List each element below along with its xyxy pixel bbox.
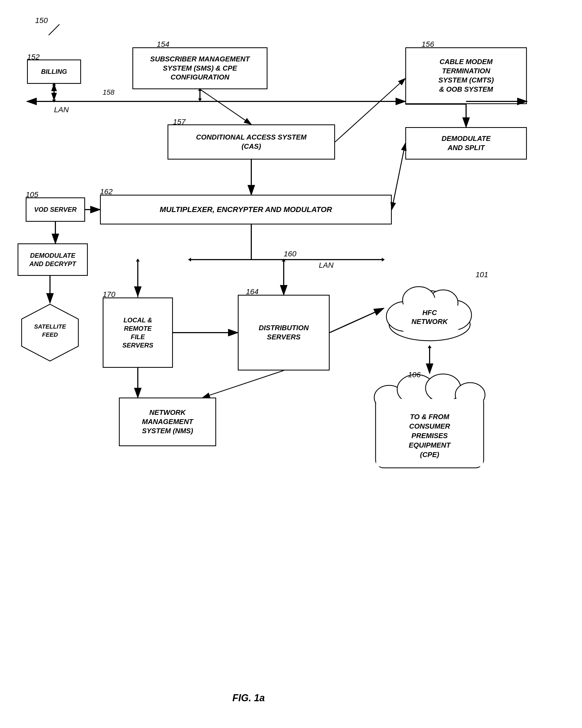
billing-box: BILLING xyxy=(27,59,81,84)
svg-text:160: 160 xyxy=(284,250,297,258)
svg-line-46 xyxy=(392,143,405,210)
svg-line-60 xyxy=(203,370,284,397)
svg-text:LAN: LAN xyxy=(319,261,334,269)
svg-line-38 xyxy=(200,89,251,124)
ref-154: 154 xyxy=(157,40,169,49)
ref-105: 105 xyxy=(26,190,38,199)
ref-170: 170 xyxy=(103,290,115,299)
cmts-box: CABLE MODEMTERMINATIONSYSTEM (CMTS)& OOB… xyxy=(405,47,527,104)
svg-text:CONSUMER: CONSUMER xyxy=(409,422,450,430)
demod-split-box: DEMODULATEAND SPLIT xyxy=(405,127,527,160)
svg-marker-48 xyxy=(188,258,191,261)
ref-162: 162 xyxy=(100,187,113,196)
svg-line-65 xyxy=(392,143,405,210)
svg-text:TO & FROM: TO & FROM xyxy=(410,413,450,421)
svg-marker-54 xyxy=(136,259,140,261)
svg-marker-37 xyxy=(198,99,202,101)
svg-text:158: 158 xyxy=(103,88,115,96)
svg-marker-34 xyxy=(52,100,56,103)
ref-106: 106 xyxy=(408,370,421,379)
svg-line-43 xyxy=(335,78,405,142)
svg-text:(CPE): (CPE) xyxy=(420,450,439,459)
svg-text:EQUIPMENT: EQUIPMENT xyxy=(409,441,451,449)
hfc-cloud: HFC NETWORK xyxy=(384,270,475,346)
sms-box: SUBSCRIBER MANAGEMENTSYSTEM (SMS) & CPEC… xyxy=(132,47,268,89)
svg-text:NETWORK: NETWORK xyxy=(412,317,448,326)
ref-156: 156 xyxy=(421,40,434,49)
fig-label: FIG. 1a xyxy=(232,692,265,704)
ref-150: 150 xyxy=(35,16,48,25)
local-remote-box: LOCAL &REMOTEFILESERVERS xyxy=(103,297,173,368)
satellite-hex: SATELLITE FEED xyxy=(18,303,82,362)
vod-box: VOD SERVER xyxy=(26,198,85,222)
svg-text:LAN: LAN xyxy=(54,105,69,114)
ref-101: 101 xyxy=(475,270,488,279)
svg-marker-56 xyxy=(282,259,285,261)
diagram-container: 150 BILLING 152 SUBSCRIBER MANAGEMENTSYS… xyxy=(0,0,582,728)
svg-line-61 xyxy=(330,308,384,333)
cas-box: CONDITIONAL ACCESS SYSTEM(CAS) xyxy=(168,124,335,160)
mux-box: MULTIPLEXER, ENCRYPTER AND MODULATOR xyxy=(100,195,392,225)
ref-152: 152 xyxy=(27,53,40,61)
nms-box: NETWORKMANAGEMENTSYSTEM (NMS) xyxy=(119,397,216,446)
svg-text:SATELLITE: SATELLITE xyxy=(34,323,66,330)
svg-text:PREMISES: PREMISES xyxy=(412,432,448,440)
cpe-box: TO & FROM CONSUMER PREMISES EQUIPMENT (C… xyxy=(373,373,487,471)
demod-decrypt-box: DEMODULATEAND DECRYPT xyxy=(18,243,88,276)
svg-marker-49 xyxy=(382,258,385,261)
svg-line-26 xyxy=(49,24,59,35)
dist-servers-box: DISTRIBUTIONSERVERS xyxy=(238,295,330,370)
ref-157: 157 xyxy=(173,118,186,126)
svg-text:FEED: FEED xyxy=(42,331,58,338)
ref-164: 164 xyxy=(246,287,258,296)
svg-text:HFC: HFC xyxy=(422,309,437,317)
